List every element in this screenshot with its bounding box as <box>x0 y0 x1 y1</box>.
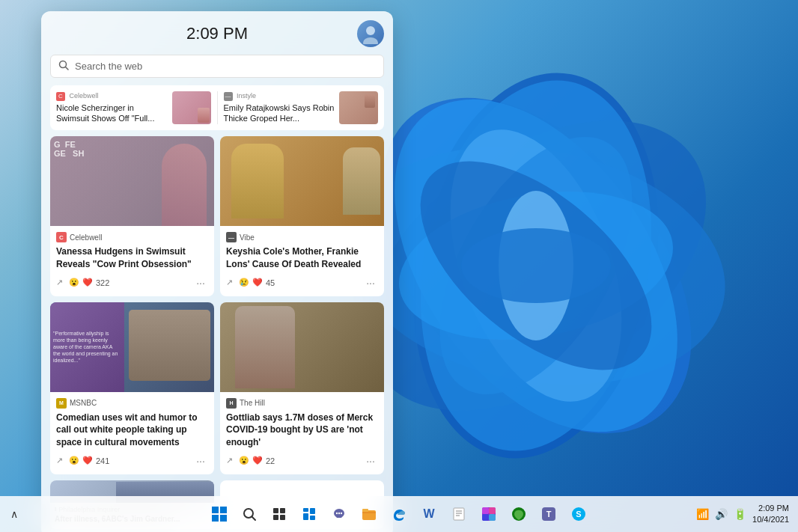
top-news-source-1: — Instyle <box>224 92 335 101</box>
taskbar-search-button[interactable] <box>236 501 263 528</box>
news-card-source-row-1: — Vibe <box>226 232 378 242</box>
svg-rect-24 <box>273 515 278 520</box>
top-news-item-1[interactable]: — Instyle Emily Ratajkowski Says Robin T… <box>217 91 379 124</box>
svg-rect-18 <box>212 515 219 522</box>
volume-icon[interactable]: 🔊 <box>713 507 729 522</box>
svg-rect-17 <box>220 507 227 513</box>
news-card-source-row-2: M MSNBC <box>56 398 208 409</box>
news-card-body-1: — Vibe Keyshia Cole's Mother, Frankie Lo… <box>220 226 384 296</box>
top-news-image-1 <box>339 91 378 124</box>
reactions-1: ↗ 😢 ❤️ 45 <box>226 278 275 287</box>
news-card-1[interactable]: — Vibe Keyshia Cole's Mother, Frankie Lo… <box>220 136 384 296</box>
store-button[interactable] <box>505 501 532 528</box>
news-card-title-1: Keyshia Cole's Mother, Frankie Lons' Cau… <box>226 245 378 271</box>
reactions-0: ↗ 😮 ❤️ 322 <box>56 278 109 287</box>
news-card-0[interactable]: G FEGE SH C Celebwell Vanessa Hudgens in… <box>50 136 214 296</box>
svg-rect-35 <box>362 509 368 512</box>
taskbar-date: 10/4/2021 <box>752 514 789 525</box>
search-icon <box>58 60 69 73</box>
news-card-body-2: M MSNBC Comedian uses wit and humor to c… <box>50 392 214 474</box>
news-card-image-2: "Performative allyship is more than bein… <box>50 302 214 392</box>
source-logo-0: C <box>56 232 67 242</box>
svg-rect-41 <box>482 507 489 514</box>
notepad-button[interactable] <box>445 501 472 528</box>
teams-button[interactable]: T <box>535 501 562 528</box>
svg-rect-26 <box>303 508 308 512</box>
search-placeholder: Search the web <box>75 61 142 72</box>
svg-text:T: T <box>546 510 552 519</box>
news-card-image-1 <box>220 136 384 226</box>
file-explorer-button[interactable] <box>356 501 383 528</box>
news-card-title-0: Vanessa Hudgens in Swimsuit Reveals "Cow… <box>56 245 208 271</box>
news-card-title-3: Gottliab says 1.7M doses of Merck COVID-… <box>226 412 378 449</box>
svg-line-21 <box>252 517 256 521</box>
top-news-strip: C Celebwell Nicole Scherzinger in Swimsu… <box>50 85 384 130</box>
news-card-footer-0: ↗ 😮 ❤️ 322 ··· <box>56 275 208 290</box>
search-bar[interactable]: Search the web <box>50 55 384 78</box>
top-news-image-0 <box>172 91 211 124</box>
edge-button[interactable] <box>386 501 412 528</box>
svg-rect-28 <box>303 513 308 520</box>
reactions-2: ↗ 😮 ❤️ 241 <box>56 456 109 465</box>
news-card-footer-2: ↗ 😮 ❤️ 241 ··· <box>56 453 208 468</box>
news-card-source-row-3: H The Hill <box>226 398 378 409</box>
more-button-0[interactable]: ··· <box>193 275 208 290</box>
panel-time: 2:09 PM <box>77 24 357 43</box>
svg-rect-42 <box>489 507 496 514</box>
news-card-2[interactable]: "Performative allyship is more than bein… <box>50 302 214 474</box>
taskbar-left: ∧ <box>9 507 19 522</box>
system-tray-overflow[interactable]: ∧ <box>9 507 19 522</box>
taskbar-clock[interactable]: 2:09 PM 10/4/2021 <box>752 503 789 526</box>
news-card-source-row-0: C Celebwell <box>56 232 208 242</box>
system-tray: 📶 🔊 🔋 <box>695 507 748 522</box>
news-card-footer-1: ↗ 😢 ❤️ 45 ··· <box>226 275 378 290</box>
top-news-title-1: Emily Ratajkowski Says Robin Thicke Grop… <box>224 103 335 124</box>
news-card-body-3: H The Hill Gottliab says 1.7M doses of M… <box>220 392 384 474</box>
more-button-3[interactable]: ··· <box>363 453 378 468</box>
top-news-source-0: C Celebwell <box>56 92 168 101</box>
svg-rect-25 <box>280 515 285 520</box>
start-button[interactable] <box>206 501 233 528</box>
svg-rect-29 <box>310 516 315 520</box>
share-icon-3: ↗ <box>226 456 233 465</box>
svg-rect-23 <box>280 508 285 513</box>
svg-rect-27 <box>310 508 315 514</box>
svg-rect-44 <box>489 514 496 521</box>
share-icon-2: ↗ <box>56 456 63 465</box>
svg-point-31 <box>336 513 338 514</box>
chat-button[interactable] <box>326 501 353 528</box>
task-view-button[interactable] <box>266 501 293 528</box>
user-avatar[interactable] <box>357 20 384 47</box>
taskbar-center: W <box>206 501 592 528</box>
svg-rect-19 <box>220 515 227 522</box>
more-button-1[interactable]: ··· <box>363 275 378 290</box>
news-card-body-0: C Celebwell Vanessa Hudgens in Swimsuit … <box>50 226 214 296</box>
top-news-title-0: Nicole Scherzinger in Swimsuit Shows Off… <box>56 103 168 124</box>
news-card-footer-3: ↗ 😮 ❤️ 22 ··· <box>226 453 378 468</box>
skype-button[interactable]: S <box>565 501 592 528</box>
share-icon-0: ↗ <box>56 278 63 287</box>
news-card-image-0: G FEGE SH <box>50 136 214 226</box>
widgets-button[interactable] <box>296 501 323 528</box>
svg-rect-36 <box>454 508 464 520</box>
news-grid: G FEGE SH C Celebwell Vanessa Hudgens in… <box>50 136 384 474</box>
svg-rect-43 <box>482 514 489 521</box>
chevron-icon[interactable]: ∧ <box>9 507 19 522</box>
network-icon[interactable]: 📶 <box>695 507 710 522</box>
source-logo-1: — <box>226 232 237 242</box>
svg-rect-22 <box>273 508 278 513</box>
svg-text:S: S <box>576 510 581 519</box>
photos-button[interactable] <box>475 501 502 528</box>
battery-icon[interactable]: 🔋 <box>732 507 748 522</box>
more-button-2[interactable]: ··· <box>193 453 208 468</box>
word-button[interactable]: W <box>415 501 442 528</box>
share-icon-1: ↗ <box>226 278 233 287</box>
news-card-3[interactable]: H The Hill Gottliab says 1.7M doses of M… <box>220 302 384 474</box>
news-card-image-3 <box>220 302 384 392</box>
top-news-item-0[interactable]: C Celebwell Nicole Scherzinger in Swimsu… <box>56 91 211 124</box>
panel-header: 2:09 PM <box>50 20 384 47</box>
svg-point-32 <box>338 513 340 514</box>
svg-point-13 <box>363 37 378 44</box>
taskbar-right: 📶 🔊 🔋 2:09 PM 10/4/2021 <box>695 503 789 526</box>
news-card-title-2: Comedian uses wit and humor to call out … <box>56 412 208 449</box>
